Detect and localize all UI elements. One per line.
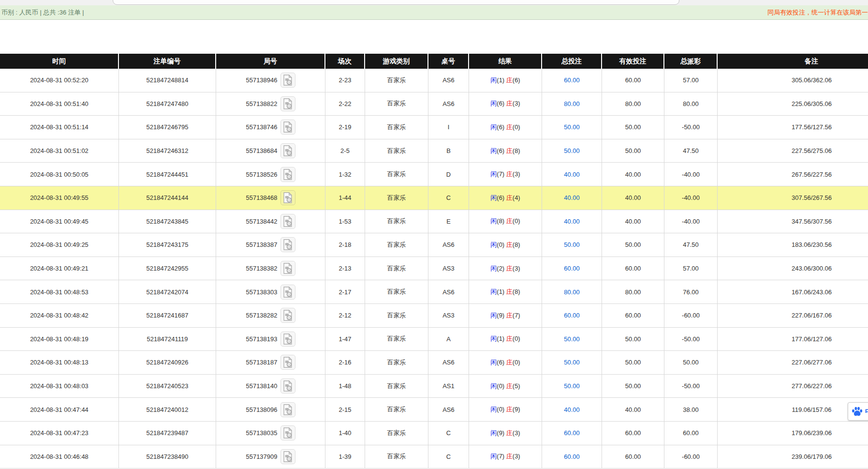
result-banker-score: (3)	[513, 170, 520, 178]
video-replay-button[interactable]	[280, 120, 295, 135]
cell-time: 2024-08-31 00:47:23	[0, 422, 119, 445]
cell-bet-id: 521847239487	[119, 422, 216, 445]
round-id-text: 557138746	[246, 123, 277, 131]
video-file-icon	[283, 145, 293, 156]
cell-total-bet[interactable]: 50.00	[542, 375, 602, 398]
video-replay-button[interactable]	[280, 378, 295, 393]
cell-payout: 47.50	[664, 233, 718, 257]
cell-result: 闲(9) 庄(7)	[469, 304, 542, 328]
video-replay-button[interactable]	[280, 332, 295, 347]
cell-total-bet[interactable]: 40.00	[542, 210, 602, 234]
video-replay-button[interactable]	[280, 167, 295, 182]
cell-game-type: 百家乐	[365, 116, 428, 139]
result-player-score: (6)	[497, 123, 506, 131]
cell-total-bet[interactable]: 50.00	[542, 116, 602, 139]
cell-total-bet[interactable]: 80.00	[542, 280, 602, 304]
cell-total-bet[interactable]: 60.00	[542, 257, 602, 281]
cell-table-no: AS1	[428, 375, 469, 398]
video-replay-button[interactable]	[280, 449, 295, 464]
video-replay-button[interactable]	[280, 261, 295, 276]
result-player-label: 闲	[490, 288, 497, 295]
cell-total-bet[interactable]: 80.00	[542, 92, 602, 116]
result-player-label: 闲	[490, 382, 497, 390]
cell-valid-bet: 50.00	[602, 233, 664, 257]
round-id-wrap: 557138096	[246, 402, 295, 417]
video-replay-button[interactable]	[280, 308, 295, 323]
video-replay-button[interactable]	[280, 237, 295, 252]
cell-round-id: 557138387	[216, 233, 325, 257]
column-header-bet_id: 注单编号	[119, 54, 216, 69]
round-id-wrap: 557138382	[246, 261, 295, 276]
cell-session: 1-39	[325, 445, 365, 469]
result-banker-label: 庄	[506, 217, 513, 225]
cell-total-bet[interactable]: 60.00	[542, 69, 602, 92]
round-id-wrap: 557138140	[246, 378, 295, 393]
cell-payout: 80.00	[664, 92, 718, 116]
cell-remark: 277.06/227.06	[718, 375, 868, 398]
round-id-text: 557138303	[246, 288, 277, 296]
cell-total-bet[interactable]: 50.00	[542, 233, 602, 257]
cell-session: 1-32	[325, 163, 365, 186]
column-header-remark: 备注	[718, 54, 868, 69]
cell-result: 闲(7) 庄(3)	[469, 445, 542, 469]
cell-session: 2-19	[325, 116, 365, 139]
video-replay-button[interactable]	[280, 143, 295, 158]
cell-total-bet[interactable]: 50.00	[542, 328, 602, 351]
cell-valid-bet: 60.00	[602, 304, 664, 328]
cell-game-type: 百家乐	[365, 163, 428, 186]
result-banker-label: 庄	[506, 359, 513, 366]
cell-round-id: 557138382	[216, 257, 325, 281]
cell-session: 1-40	[325, 422, 365, 445]
cell-bet-id: 521847240012	[119, 398, 216, 422]
cell-table-no: E	[428, 210, 469, 234]
video-replay-button[interactable]	[280, 96, 295, 111]
cell-total-bet[interactable]: 60.00	[542, 445, 602, 469]
result-player-score: (9)	[497, 429, 506, 437]
cell-game-type: 百家乐	[365, 304, 428, 328]
cell-total-bet[interactable]: 50.00	[542, 139, 602, 163]
translate-popup-label[interactable]: 中	[865, 406, 868, 417]
result-player-label: 闲	[490, 406, 497, 413]
result-player-score: (7)	[497, 170, 506, 178]
video-replay-button[interactable]	[280, 73, 295, 88]
cell-total-bet[interactable]: 40.00	[542, 398, 602, 422]
result-player-label: 闲	[490, 359, 497, 366]
cell-valid-bet: 50.00	[602, 116, 664, 139]
cell-round-id: 557138035	[216, 422, 325, 445]
cell-total-bet[interactable]: 60.00	[542, 304, 602, 328]
cell-valid-bet: 40.00	[602, 398, 664, 422]
cell-total-bet[interactable]: 40.00	[542, 163, 602, 186]
cell-total-bet[interactable]: 60.00	[542, 422, 602, 445]
cell-round-id: 557138746	[216, 116, 325, 139]
video-replay-button[interactable]	[280, 355, 295, 370]
table-row: 2024-08-31 00:48:03521847240523557138140…	[0, 375, 868, 398]
baidu-paw-icon	[852, 407, 863, 417]
round-id-text: 557137909	[246, 453, 277, 460]
cell-game-type: 百家乐	[365, 257, 428, 281]
cell-result: 闲(6) 庄(8)	[469, 139, 542, 163]
result-player-score: (1)	[497, 288, 506, 295]
cell-result: 闲(1) 庄(8)	[469, 280, 542, 304]
table-row: 2024-08-31 00:52:20521847248814557138946…	[0, 69, 868, 92]
translate-popup[interactable]: 中	[848, 402, 868, 421]
cell-round-id: 557138193	[216, 328, 325, 351]
round-id-text: 557138282	[246, 312, 277, 319]
video-replay-button[interactable]	[280, 190, 295, 205]
cell-round-id: 557138468	[216, 186, 325, 210]
round-id-text: 557138140	[246, 382, 277, 390]
result-banker-score: (3)	[513, 429, 520, 437]
cell-time: 2024-08-31 00:51:40	[0, 92, 119, 116]
video-replay-button[interactable]	[280, 285, 295, 300]
round-id-wrap: 557138187	[246, 355, 295, 370]
result-player-score: (0)	[497, 406, 506, 413]
cell-total-bet[interactable]: 50.00	[542, 351, 602, 375]
video-replay-button[interactable]	[280, 402, 295, 417]
cell-game-type: 百家乐	[365, 328, 428, 351]
cell-round-id: 557138822	[216, 92, 325, 116]
cell-time: 2024-08-31 00:51:02	[0, 139, 119, 163]
table-row: 2024-08-31 00:51:02521847246312557138684…	[0, 139, 868, 163]
cell-total-bet[interactable]: 40.00	[542, 186, 602, 210]
video-replay-button[interactable]	[280, 425, 295, 440]
result-player-label: 闲	[490, 265, 497, 272]
video-replay-button[interactable]	[280, 214, 295, 229]
